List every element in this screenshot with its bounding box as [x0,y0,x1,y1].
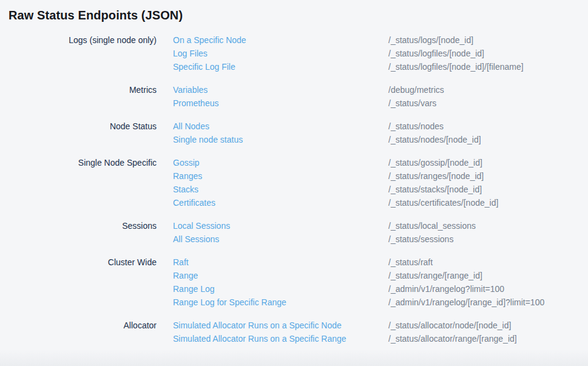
endpoint-row: Certificates/_status/certificates/[node_… [173,196,498,209]
endpoint-link[interactable]: All Sessions [173,234,388,244]
section-rows: Local Sessions/_status/local_sessionsAll… [157,219,476,246]
endpoint-link[interactable]: On a Specific Node [173,35,388,45]
endpoint-link[interactable]: Simulated Allocator Runs on a Specific N… [173,320,388,330]
section-label: Node Status [8,120,157,133]
section-rows: Gossip/_status/gossip/[node_id]Ranges/_s… [157,156,498,209]
endpoint-row: Range Log for Specific Range/_admin/v1/r… [173,296,544,309]
endpoint-link[interactable]: Range Log for Specific Range [173,297,388,307]
endpoint-section: Node Status All Nodes/_status/nodesSingl… [8,120,578,146]
section-label: Logs (single node only) [8,33,157,47]
endpoint-row: Variables/debug/metrics [173,83,444,97]
endpoint-row: All Sessions/_status/sessions [173,232,476,246]
section-rows: Simulated Allocator Runs on a Specific N… [157,319,517,345]
endpoint-link[interactable]: Ranges [173,171,388,181]
endpoint-row: Raft/_status/raft [173,256,544,269]
endpoint-path: /_status/sessions [388,234,453,244]
endpoint-row: Simulated Allocator Runs on a Specific R… [173,332,517,345]
endpoint-path: /_status/raft [388,257,433,267]
endpoint-row: Range/_status/range/[range_id] [173,269,544,282]
endpoint-link[interactable]: Simulated Allocator Runs on a Specific R… [173,334,388,344]
endpoint-section: Metrics Variables/debug/metricsPrometheu… [8,83,578,110]
endpoint-row: Specific Log File/_status/logfiles/[node… [173,60,524,73]
endpoint-path: /_status/logfiles/[node_id] [388,49,484,58]
section-rows: Raft/_status/raftRange/_status/range/[ra… [157,256,544,309]
endpoint-path: /_status/range/[range_id] [388,271,482,280]
endpoint-path: /_admin/v1/rangelog/[range_id]?limit=100 [388,297,544,307]
endpoint-path: /_status/stacks/[node_id] [388,185,482,194]
endpoint-row: On a Specific Node/_status/logs/[node_id… [173,33,524,47]
footer-band [0,349,588,366]
endpoint-link[interactable]: Range [173,271,388,280]
endpoint-section: Sessions Local Sessions/_status/local_se… [8,219,578,246]
endpoint-path: /_status/gossip/[node_id] [388,158,482,168]
endpoint-path: /_status/nodes/[node_id] [388,135,481,144]
endpoint-section: Cluster Wide Raft/_status/raftRange/_sta… [8,256,578,309]
endpoint-path: /_status/allocator/node/[node_id] [388,320,511,330]
section-label: Single Node Specific [8,156,157,169]
endpoint-link[interactable]: All Nodes [173,121,388,131]
endpoint-link[interactable]: Specific Log File [173,62,388,72]
endpoint-path: /_status/vars [388,98,436,108]
endpoint-link[interactable]: Variables [173,85,388,95]
section-label: Sessions [8,219,157,232]
endpoint-link[interactable]: Gossip [173,158,388,168]
endpoint-link[interactable]: Range Log [173,284,388,294]
section-label: Allocator [8,319,157,332]
endpoints-table: Logs (single node only) On a Specific No… [8,33,578,345]
section-label: Cluster Wide [8,256,157,269]
endpoint-path: /_status/logfiles/[node_id]/[filename] [388,62,524,72]
endpoint-row: Simulated Allocator Runs on a Specific N… [173,319,517,332]
endpoint-row: Prometheus/_status/vars [173,97,444,110]
endpoint-row: Single node status/_status/nodes/[node_i… [173,133,481,146]
endpoint-link[interactable]: Raft [173,257,388,267]
endpoint-row: Log Files/_status/logfiles/[node_id] [173,47,524,60]
endpoint-path: /_status/logs/[node_id] [388,35,473,45]
section-rows: On a Specific Node/_status/logs/[node_id… [157,33,524,73]
section-rows: Variables/debug/metricsPrometheus/_statu… [157,83,444,110]
endpoint-row: Ranges/_status/ranges/[node_id] [173,169,498,183]
endpoint-path: /_admin/v1/rangelog?limit=100 [388,284,504,294]
endpoint-link[interactable]: Local Sessions [173,221,388,231]
endpoint-row: Range Log/_admin/v1/rangelog?limit=100 [173,282,544,296]
endpoint-link[interactable]: Stacks [173,185,388,194]
endpoint-path: /debug/metrics [388,85,444,95]
endpoint-link[interactable]: Prometheus [173,98,388,108]
endpoint-section: Logs (single node only) On a Specific No… [8,33,578,73]
section-label: Metrics [8,83,157,97]
endpoint-path: /_status/nodes [388,121,444,131]
endpoint-row: Gossip/_status/gossip/[node_id] [173,156,498,169]
endpoint-section: Single Node Specific Gossip/_status/goss… [8,156,578,209]
debug-endpoints-page: Raw Status Endpoints (JSON) Logs (single… [0,0,588,366]
endpoint-path: /_status/local_sessions [388,221,476,231]
endpoint-row: All Nodes/_status/nodes [173,120,481,133]
endpoint-link[interactable]: Certificates [173,198,388,208]
endpoint-path: /_status/ranges/[node_id] [388,171,484,181]
endpoint-path: /_status/certificates/[node_id] [388,198,498,208]
endpoint-path: /_status/allocator/range/[range_id] [388,334,517,344]
endpoint-link[interactable]: Log Files [173,49,388,58]
page-title: Raw Status Endpoints (JSON) [8,8,578,22]
section-rows: All Nodes/_status/nodesSingle node statu… [157,120,481,146]
endpoint-row: Local Sessions/_status/local_sessions [173,219,476,232]
endpoint-section: Allocator Simulated Allocator Runs on a … [8,319,578,345]
endpoint-link[interactable]: Single node status [173,135,388,144]
endpoint-row: Stacks/_status/stacks/[node_id] [173,183,498,196]
